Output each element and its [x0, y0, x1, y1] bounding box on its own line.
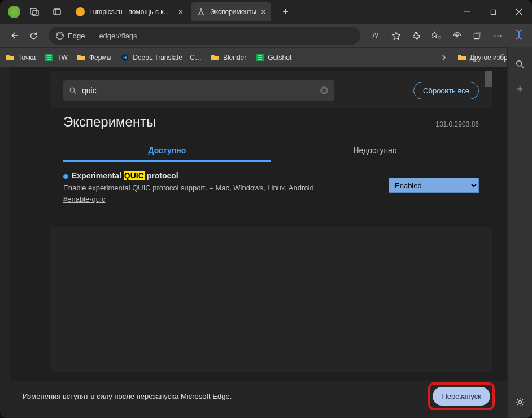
svg-point-7	[497, 35, 498, 36]
reset-all-button[interactable]: Сбросить все	[413, 82, 479, 99]
close-window-button[interactable]	[506, 0, 532, 24]
svg-rect-1	[33, 10, 38, 16]
page-content: Сбросить все Эксперименты 131.0.2903.86 …	[10, 67, 507, 411]
bookmark-item[interactable]: Blender	[211, 53, 246, 62]
toolbar: Edge edge://flags A⁾	[0, 24, 532, 47]
bookmark-item[interactable]: TW	[45, 53, 68, 62]
copilot-button[interactable]	[511, 26, 527, 43]
collections-button[interactable]	[468, 26, 487, 45]
flag-anchor-link[interactable]: #enable-quic	[63, 195, 105, 203]
sidebar: +	[507, 47, 532, 418]
sidebar-add-icon[interactable]: +	[512, 81, 528, 97]
flags-panel: Сбросить все Эксперименты 131.0.2903.86 …	[50, 71, 492, 372]
read-aloud-button[interactable]: A⁾	[366, 26, 385, 45]
bookmark-item[interactable]: DeepL Translate – C…	[120, 53, 202, 62]
bookmarks-bar: Точка TW Фермы DeepL Translate – C… Blen…	[0, 47, 532, 67]
performance-button[interactable]	[447, 26, 466, 45]
address-brand: Edge	[68, 32, 85, 40]
tab-label: Lumpics.ru - помощь с компьюте	[89, 8, 174, 16]
tab-label: Эксперименты	[210, 8, 256, 16]
svg-rect-2	[54, 9, 60, 15]
address-bar[interactable]: Edge edge://flags	[49, 27, 360, 45]
flag-state-select[interactable]: Enabled	[389, 178, 479, 193]
svg-point-14	[70, 88, 75, 92]
refresh-button[interactable]	[24, 26, 43, 45]
lumpics-favicon	[76, 7, 85, 16]
svg-point-12	[516, 61, 521, 66]
flag-description: Enable experimental QUIC protocol suppor…	[63, 183, 377, 193]
flag-title: Experimental QUIC protocol	[63, 171, 377, 180]
svg-point-13	[518, 400, 521, 403]
tab-available[interactable]: Доступно	[63, 140, 271, 162]
flask-icon	[197, 7, 206, 16]
tab-strip: Lumpics.ru - помощь с компьюте × Экспери…	[70, 0, 294, 24]
edge-icon	[55, 31, 64, 40]
favorites-list-button[interactable]	[427, 26, 446, 45]
svg-rect-0	[30, 8, 36, 14]
svg-rect-3	[491, 10, 495, 14]
address-url: edge://flags	[99, 32, 137, 40]
bookmarks-overflow[interactable]	[437, 54, 451, 61]
flags-tabs: Доступно Недоступно	[63, 140, 479, 162]
restart-button[interactable]: Перезапуск	[433, 387, 490, 406]
bookmark-item[interactable]: Фермы	[77, 53, 111, 62]
profile-avatar[interactable]	[8, 6, 20, 18]
close-icon[interactable]: ×	[178, 7, 183, 16]
highlight: QUIC	[124, 171, 145, 180]
scrollbar[interactable]	[485, 71, 492, 87]
favorite-button[interactable]	[386, 26, 405, 45]
svg-point-8	[500, 35, 501, 36]
maximize-button[interactable]	[480, 0, 506, 24]
bookmark-item[interactable]: Gutshot	[255, 53, 291, 62]
tab-actions-icon[interactable]	[49, 3, 66, 20]
restart-footer: Изменения вступят в силу после перезапус…	[10, 381, 507, 411]
minimize-button[interactable]	[454, 0, 480, 24]
version-label: 131.0.2903.86	[435, 120, 479, 128]
flag-row: Experimental QUIC protocol Enable experi…	[63, 162, 479, 213]
tab-experiments[interactable]: Эксперименты ×	[191, 2, 271, 21]
sidebar-search-icon[interactable]	[512, 56, 528, 72]
search-input[interactable]	[82, 86, 320, 95]
restart-message: Изменения вступят в силу после перезапус…	[23, 392, 232, 400]
extensions-button[interactable]	[407, 26, 426, 45]
window-controls	[454, 0, 532, 24]
highlight-box: Перезапуск	[428, 382, 495, 410]
search-icon	[69, 86, 77, 95]
titlebar: Lumpics.ru - помощь с компьюте × Экспери…	[0, 0, 532, 24]
clear-icon[interactable]	[320, 86, 329, 95]
menu-button[interactable]	[488, 26, 507, 45]
new-tab-button[interactable]: +	[277, 3, 294, 20]
tab-lumpics[interactable]: Lumpics.ru - помощь с компьюте ×	[70, 2, 189, 21]
close-icon[interactable]: ×	[261, 7, 265, 16]
svg-rect-5	[474, 33, 479, 39]
back-button[interactable]	[5, 26, 24, 45]
svg-point-6	[494, 35, 495, 36]
bookmark-item[interactable]: Точка	[6, 53, 36, 62]
modified-dot-icon	[63, 174, 68, 179]
sidebar-settings-icon[interactable]	[512, 394, 528, 410]
svg-point-4	[56, 32, 64, 40]
tab-unavailable[interactable]: Недоступно	[271, 140, 479, 162]
page-title: Эксперименты	[63, 114, 156, 130]
separator	[94, 31, 94, 40]
search-box[interactable]	[63, 80, 334, 101]
workspaces-icon[interactable]	[26, 3, 43, 20]
